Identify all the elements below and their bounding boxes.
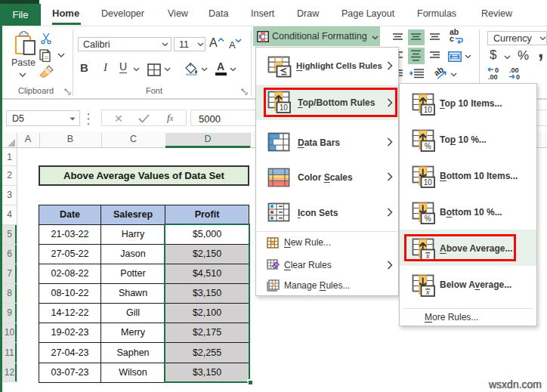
svg-text:0: 0 — [516, 73, 520, 80]
svg-text:.00: .00 — [488, 73, 498, 80]
svg-text:10: 10 — [424, 178, 433, 187]
svg-text:%: % — [425, 142, 431, 150]
svg-text:%: % — [425, 215, 431, 223]
svg-text:10: 10 — [424, 106, 433, 114]
svg-text:x: x — [425, 287, 430, 296]
